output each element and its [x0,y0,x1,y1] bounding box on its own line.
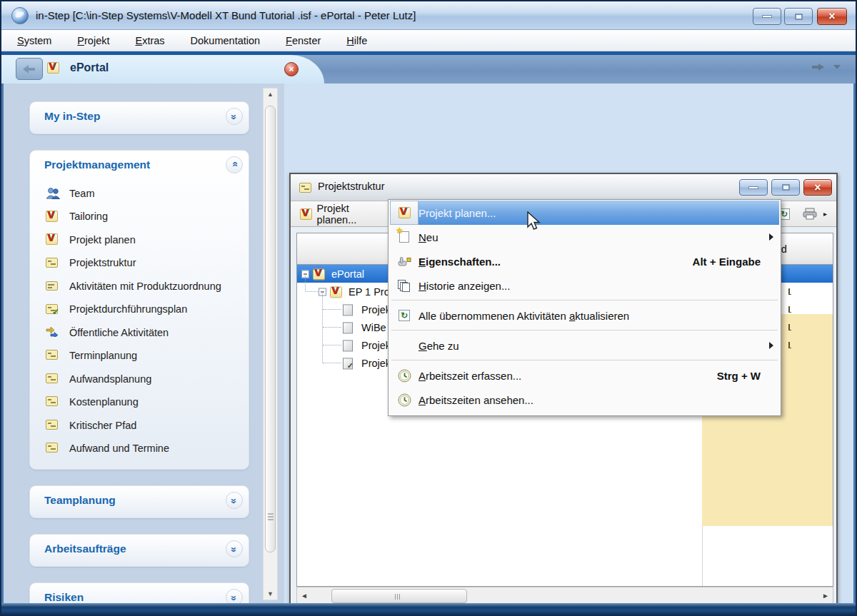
menu-separator [390,328,779,333]
tab-label[interactable]: ePortal [70,61,109,74]
plan-icon [46,373,58,383]
scroll-right-icon[interactable]: ► [819,588,832,604]
clock-icon [398,369,411,383]
refresh-icon: ↻ [399,310,410,321]
vmodell-icon [313,268,325,280]
document-check-icon: ✓ [343,358,353,369]
history-icon [398,280,411,292]
tab-bar: ePortal × [1,55,856,84]
section-header-projektmanagement[interactable]: Projektmanagement» [30,151,249,179]
sidebar-item-projektstruktur[interactable]: Projektstruktur [43,251,244,274]
menu-dokumentation[interactable]: Dokumentation [191,35,261,46]
restore-button[interactable] [784,8,813,25]
sidebar-section-projektmanagement: Projektmanagement»TeamTailoringProjekt p… [29,150,249,470]
context-menu-gehe-zu[interactable]: Gehe zu [390,333,779,358]
sidebar-scrollbar[interactable]: ▲ ▼ [263,88,278,600]
sidebar-item-kostenplanung[interactable]: Kostenplanung [43,390,244,413]
scroll-left-icon[interactable]: ◄ [298,588,311,604]
submenu-arrow-icon [769,233,773,241]
document-icon [343,340,353,351]
context-menu-arbeitszeiten-ansehen[interactable]: Arbeitszeiten ansehen... [390,388,779,412]
menu-separator [390,298,779,303]
close-button[interactable]: × [817,8,847,25]
sidebar-item-kritischer-pfad[interactable]: Kritischer Pfad [43,414,244,437]
print-icon [803,208,818,220]
sidebar-item-terminplanung[interactable]: Terminplanung [43,344,244,367]
sidebar-item-aufwand-und-termine[interactable]: Aufwand und Termine [43,437,244,460]
menu-separator [390,358,779,363]
context-menu-projekt-planen[interactable]: Projekt planen... [390,201,779,225]
tab-vmodell-icon [47,62,59,74]
chevron-down-icon[interactable]: » [226,108,243,125]
vmodell-icon [46,233,58,245]
properties-icon [397,256,411,267]
document-icon [343,304,353,315]
chevron-down-icon[interactable]: » [226,540,243,557]
sidebar-item-projekt-planen[interactable]: Projekt planen [43,228,244,251]
menu-hilfe[interactable]: Hilfe [346,35,367,46]
context-menu-eigenschaften[interactable]: Eigenschaften...Alt + Eingabe [390,249,779,273]
child-minimize-button[interactable] [739,179,768,196]
plan-icon [46,258,58,268]
sidebar-section-arbeitsaufträge: Arbeitsaufträge» [29,534,249,567]
submenu-arrow-icon [769,342,773,349]
vmodell-icon [46,211,58,222]
context-menu-alle-übernommenen-aktivitäten-aktualisieren[interactable]: ↻Alle übernommenen Aktivitäten aktualisi… [390,303,779,328]
app-logo-icon [11,7,29,24]
forward-arrow-icon[interactable] [810,62,826,72]
scroll-up-icon[interactable]: ▲ [264,89,276,100]
sidebar-item-aufwandsplanung[interactable]: Aufwandsplanung [43,368,244,390]
sidebar-item-aktivitäten-mit-produktzuordnung[interactable]: Aktivitäten mit Produktzuordnung [43,275,244,298]
plan-icon [46,350,58,360]
horizontal-scrollbar-thumb[interactable] [331,589,467,603]
child-close-button[interactable]: × [803,179,832,196]
window-bottom-frame [1,603,856,615]
chevron-down-icon[interactable]: » [226,492,243,509]
menu-system[interactable]: System [17,35,51,46]
plan-icon [46,420,58,430]
vmodell-icon [300,208,312,220]
sidebar: My in-Step»Projektmanagement»TeamTailori… [4,84,284,603]
activities-icon [46,281,58,291]
tab-close-icon[interactable]: × [284,62,299,76]
back-arrow-icon [22,64,36,74]
minimize-button[interactable] [753,8,781,25]
sidebar-scrollbar-thumb[interactable] [265,106,276,552]
section-header-arbeitsaufträge[interactable]: Arbeitsaufträge» [30,535,249,563]
back-arrow-button[interactable] [16,58,43,80]
document-icon [343,322,353,333]
new-icon [399,231,409,243]
sidebar-item-öffentliche-aktivitäten[interactable]: Öffentliche Aktivitäten [43,321,244,344]
scroll-down-icon[interactable]: ▼ [264,588,276,600]
chevron-up-icon[interactable]: » [226,156,243,173]
toolbar-print-button[interactable]: ▸ [798,206,832,222]
vmodell-icon [399,207,411,218]
context-menu-arbeitszeit-erfassen[interactable]: Arbeitszeit erfassen...Strg + W [390,363,779,388]
toolbar-projekt-planen-button[interactable]: Projekt planen... [295,201,395,228]
shortcut-label: Strg + W [717,370,779,382]
plan-check-icon: ✓ [46,304,58,314]
child-restore-button[interactable] [771,179,800,196]
projektstruktur-icon [299,183,311,193]
in-step-application-window: in-Step [C:\in-Step Systems\V-Modell XT … [0,0,857,616]
shortcut-label: Alt + Eingabe [693,256,779,268]
sidebar-item-team[interactable]: Team [43,182,244,205]
context-menu-historie-anzeigen[interactable]: Historie anzeigen... [390,273,779,298]
clock-icon [398,393,411,407]
context-menu-neu[interactable]: Neu [390,225,779,249]
section-header-teamplanung[interactable]: Teamplanung» [30,486,249,515]
team-icon [46,187,60,199]
menu-extras[interactable]: Extras [135,35,164,46]
section-header-my-in-step[interactable]: My in-Step» [30,102,249,131]
sidebar-item-tailoring[interactable]: Tailoring [43,205,244,228]
vmodell-icon [330,286,342,298]
sidebar-item-projektdurchführungsplan[interactable]: ✓Projektdurchführungsplan [43,298,244,320]
tab-list-dropdown-icon[interactable] [833,64,841,70]
menu-fenster[interactable]: Fenster [286,35,321,46]
window-title: in-Step [C:\in-Step Systems\V-Modell XT … [36,1,416,30]
plan-icon [46,396,58,406]
plan-icon [46,443,58,453]
menu-bar: SystemProjektExtrasDokumentationFensterH… [1,30,856,51]
menu-projekt[interactable]: Projekt [77,35,109,46]
projektstruktur-title-bar[interactable]: Projektstruktur × [291,174,836,201]
